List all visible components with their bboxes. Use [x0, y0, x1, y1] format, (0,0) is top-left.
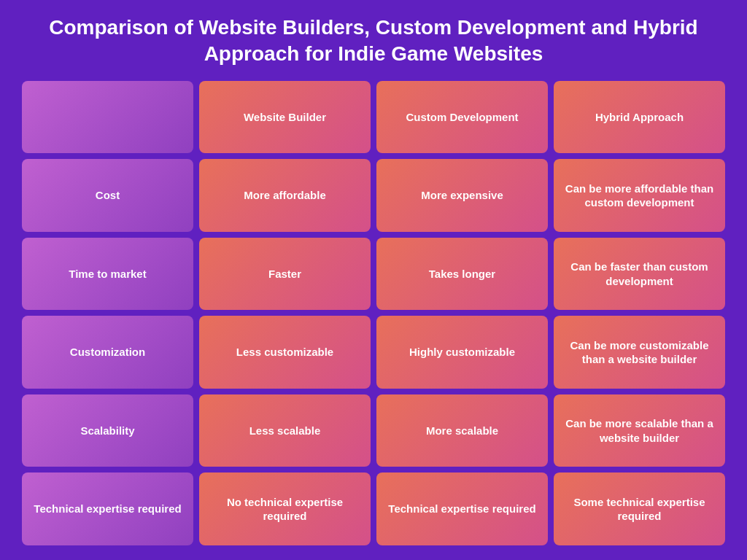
time-hybrid: Can be faster than custom development [554, 238, 725, 311]
customization-custom-development: Highly customizable [376, 316, 548, 389]
scalability-hybrid: Can be more scalable than a website buil… [554, 394, 725, 467]
technical-hybrid: Some technical expertise required [554, 472, 725, 545]
cost-custom-development: More expensive [376, 159, 548, 232]
header-website-builder: Website Builder [199, 81, 371, 154]
customization-website-builder: Less customizable [199, 316, 371, 389]
time-website-builder: Faster [199, 238, 371, 311]
row-label-time: Time to market [22, 238, 193, 311]
scalability-custom-development: More scalable [376, 394, 548, 467]
time-custom-development: Takes longer [376, 238, 548, 311]
header-custom-development: Custom Development [376, 81, 548, 154]
header-empty [22, 81, 193, 154]
technical-website-builder: No technical expertise required [199, 472, 371, 545]
cost-hybrid: Can be more affordable than custom devel… [554, 159, 725, 232]
comparison-table: Website Builder Custom Development Hybri… [22, 81, 725, 545]
row-label-technical: Technical expertise required [22, 472, 193, 545]
row-label-cost: Cost [22, 159, 193, 232]
technical-custom-development: Technical expertise required [376, 472, 548, 545]
header-hybrid-approach: Hybrid Approach [554, 81, 725, 154]
scalability-website-builder: Less scalable [199, 394, 371, 467]
page-title: Comparison of Website Builders, Custom D… [22, 15, 725, 68]
row-label-customization: Customization [22, 316, 193, 389]
cost-website-builder: More affordable [199, 159, 371, 232]
customization-hybrid: Can be more customizable than a website … [554, 316, 725, 389]
row-label-scalability: Scalability [22, 394, 193, 467]
